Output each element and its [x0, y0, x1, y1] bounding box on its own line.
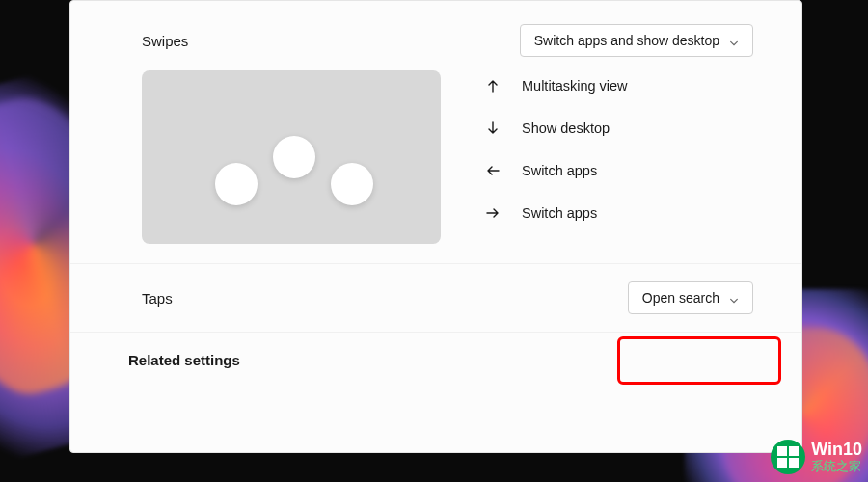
arrow-up-icon — [483, 76, 502, 95]
arrow-left-icon — [483, 161, 502, 180]
gesture-list: Multitasking view Show desktop Switch ap… — [483, 70, 628, 244]
gesture-label: Switch apps — [522, 205, 597, 221]
gesture-preview — [142, 70, 441, 244]
gesture-label: Multitasking view — [522, 78, 628, 94]
chevron-down-icon — [729, 293, 739, 303]
gesture-item-down: Show desktop — [483, 119, 628, 138]
swipes-row: Swipes Switch apps and show desktop — [70, 11, 801, 65]
watermark-subtitle: 系统之家 — [811, 460, 862, 473]
finger-dot — [331, 163, 373, 205]
watermark: Win10 系统之家 — [771, 440, 862, 474]
gesture-item-right: Switch apps — [483, 203, 628, 223]
taps-dropdown[interactable]: Open search — [628, 281, 753, 314]
finger-dot — [273, 136, 315, 178]
taps-label: Taps — [142, 290, 173, 307]
settings-panel: Swipes Switch apps and show desktop Mult… — [69, 0, 802, 453]
gesture-item-up: Multitasking view — [483, 76, 628, 95]
chevron-down-icon — [729, 36, 739, 45]
arrow-right-icon — [483, 203, 502, 223]
watermark-logo-icon — [771, 440, 805, 474]
swipes-dropdown[interactable]: Switch apps and show desktop — [520, 24, 753, 57]
arrow-down-icon — [483, 119, 502, 138]
gesture-label: Switch apps — [522, 163, 597, 178]
finger-dot — [215, 163, 258, 205]
taps-row: Taps Open search — [70, 263, 801, 333]
gesture-item-left: Switch apps — [483, 161, 628, 180]
watermark-text: Win10 系统之家 — [811, 441, 862, 473]
swipe-section: Multitasking view Show desktop Switch ap… — [70, 65, 801, 263]
related-settings-heading: Related settings — [70, 333, 801, 378]
taps-dropdown-value: Open search — [642, 290, 719, 306]
gesture-label: Show desktop — [522, 120, 610, 136]
watermark-title: Win10 — [811, 441, 862, 460]
swipes-label: Swipes — [142, 33, 188, 49]
swipes-dropdown-value: Switch apps and show desktop — [534, 33, 719, 48]
windows-icon — [777, 446, 799, 468]
